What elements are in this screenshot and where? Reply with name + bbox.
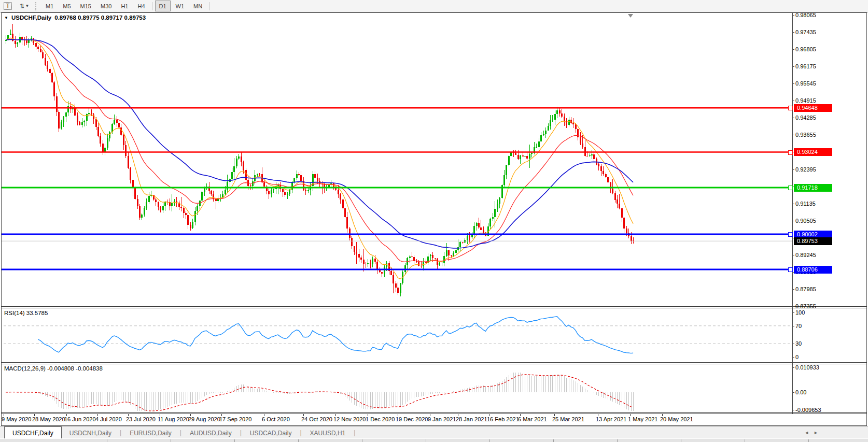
candle-body [395, 283, 397, 288]
candle-body [144, 208, 145, 215]
level-line-anchor[interactable] [788, 232, 793, 237]
price-tick-label: 0.91135 [795, 201, 842, 207]
tab-scroll-right-icon[interactable]: ► [814, 430, 818, 435]
status-strip-separator [171, 439, 171, 442]
chart-tab-usdchf[interactable]: USDCHF,Daily [4, 426, 62, 439]
candle-body [631, 236, 632, 241]
macd-axis-label: -0.009653 [795, 407, 847, 414]
candle-body [252, 181, 254, 186]
rsi-pane[interactable] [2, 308, 792, 362]
timeframe-button-h4[interactable]: H4 [133, 1, 149, 11]
candle-body [432, 255, 433, 258]
candle-body [344, 208, 346, 217]
chart-tab-eurusd[interactable]: EURUSD,Daily [122, 427, 179, 439]
candle-body [35, 43, 37, 47]
chart-tab-xauusd[interactable]: XAUUSD,H1 [302, 427, 354, 439]
candle-body [524, 156, 526, 156]
status-strip-separator [681, 439, 681, 442]
candle-body [566, 121, 567, 125]
timeframe-button-m15[interactable]: M15 [76, 1, 95, 11]
time-axis-label: 9 Jan 2021 [428, 416, 456, 422]
candle-body [598, 164, 599, 166]
chart-symbol-period: USDCHF,Daily [11, 15, 51, 21]
candle-body [554, 114, 556, 120]
candle-body [100, 136, 101, 144]
candle-body [146, 202, 147, 208]
status-strip-separator [234, 439, 235, 442]
level-line-anchor[interactable] [788, 267, 793, 272]
text-tool-button[interactable]: T [2, 2, 13, 11]
time-axis-label: 29 Aug 2020 [188, 416, 220, 422]
candle-body [390, 271, 392, 275]
candle-body [197, 206, 198, 211]
rsi-axis-label: 100 [795, 309, 847, 316]
candle-body [536, 147, 537, 148]
candle-body [61, 122, 62, 129]
arrange-windows-button[interactable]: ⇅ ▼ [16, 2, 33, 11]
toolbar-separator [209, 2, 209, 10]
candle-body [626, 229, 627, 233]
level-line-anchor[interactable] [788, 186, 793, 190]
candle-body [480, 227, 482, 230]
candle-body [65, 112, 67, 117]
level-line-anchor[interactable] [788, 106, 793, 110]
chart-ohlc-values: 0.89768 0.89775 0.89717 0.89753 [54, 15, 146, 21]
candle-body [263, 182, 265, 187]
timeframe-button-m5[interactable]: M5 [59, 1, 75, 11]
pane-splitter[interactable] [1, 306, 867, 307]
level-price-label: 0.91718 [794, 184, 832, 192]
candle-body [577, 129, 579, 137]
candle-body [494, 209, 496, 217]
candle-body [469, 236, 470, 237]
candle-body [268, 191, 270, 194]
candle-body [508, 156, 510, 165]
macd-pane[interactable] [2, 364, 792, 412]
candle-body [287, 194, 288, 195]
candle-body [425, 262, 427, 263]
price-tick-mark [792, 169, 794, 170]
chart-tab-audusd[interactable]: AUDUSD,Daily [182, 427, 240, 439]
candle-body [441, 263, 443, 263]
chart-dropdown-icon[interactable]: ▼ [4, 16, 8, 20]
pane-splitter[interactable] [1, 362, 867, 363]
time-axis-label: 16 Jun 2020 [64, 416, 96, 422]
candle-body [180, 207, 182, 208]
candle-body [160, 207, 161, 210]
candle-body [621, 208, 623, 218]
candle-body [489, 219, 491, 226]
time-axis-label: 28 Jan 2021 [456, 416, 487, 422]
candle-body [437, 259, 438, 265]
price-tick-mark [792, 255, 794, 255]
time-tick-mark [303, 414, 304, 416]
candle-body [77, 116, 78, 122]
candle-body [349, 229, 351, 238]
candle-body [580, 137, 581, 144]
candle-body [10, 34, 11, 36]
candle-body [40, 49, 41, 52]
candle-body [155, 199, 157, 202]
tab-scroll-left-icon[interactable]: ◄ [804, 430, 809, 435]
timeframe-button-m30[interactable]: M30 [96, 1, 116, 11]
main-chart-area[interactable] [2, 13, 792, 306]
time-axis-border [1, 414, 867, 414]
time-axis-label: 17 Sep 2020 [219, 416, 251, 422]
candle-body [365, 264, 367, 264]
timeframe-button-h1[interactable]: H1 [117, 1, 132, 11]
chart-shift-marker-icon[interactable] [628, 14, 633, 18]
time-tick-mark [554, 414, 555, 416]
chart-tab-usdcad[interactable]: USDCAD,Daily [242, 427, 300, 439]
candle-body [538, 141, 540, 147]
timeframe-button-d1[interactable]: D1 [155, 1, 171, 11]
candle-body [118, 123, 120, 128]
level-line-anchor[interactable] [788, 150, 793, 155]
timeframe-button-mn[interactable]: MN [189, 1, 206, 11]
time-axis-label: 20 May 2021 [660, 416, 693, 422]
timeframe-button-w1[interactable]: W1 [172, 1, 189, 11]
candle-body [413, 257, 415, 261]
current-price-label: 0.89753 [794, 237, 832, 245]
timeframe-button-m1[interactable]: M1 [41, 1, 58, 11]
price-tick-label: 0.96805 [795, 46, 842, 53]
chart-tab-usdcnh[interactable]: USDCNH,Daily [62, 427, 119, 439]
candle-body [185, 213, 187, 215]
time-tick-mark [489, 414, 489, 416]
